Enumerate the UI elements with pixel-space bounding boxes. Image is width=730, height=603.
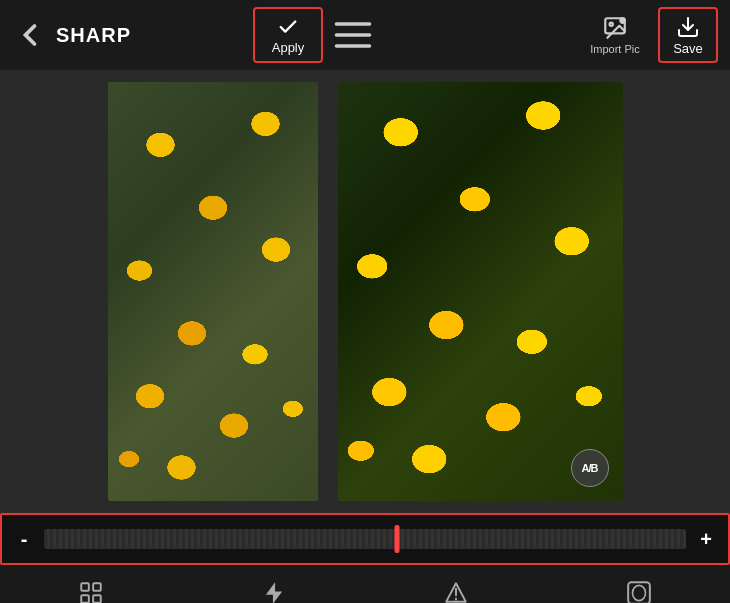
bottom-toolbar: BASIC EDIT LIGHTNING SHARPNESS VIGNETT <box>0 565 730 603</box>
save-button[interactable]: Save <box>658 7 718 63</box>
tool-sharpness[interactable]: SHARPNESS <box>365 565 548 603</box>
main-area: A/B <box>0 70 730 513</box>
check-icon <box>277 16 299 38</box>
tool-vignett[interactable]: VIGNETT <box>548 565 731 603</box>
after-image-panel: A/B <box>338 82 623 501</box>
svg-point-4 <box>610 23 613 26</box>
svg-point-17 <box>632 585 645 600</box>
apply-button[interactable]: Apply <box>253 7 323 63</box>
vignett-icon <box>626 580 652 604</box>
app-header: SHARP Apply + Import Pic Save <box>0 0 730 70</box>
slider-minus-button[interactable]: - <box>12 528 36 551</box>
before-image <box>108 82 318 501</box>
svg-rect-11 <box>93 595 101 603</box>
tool-lightning[interactable]: LIGHTNING <box>183 565 366 603</box>
sharpness-icon <box>443 580 469 604</box>
slider-plus-button[interactable]: + <box>694 528 718 551</box>
svg-text:+: + <box>621 18 624 24</box>
save-icon <box>676 15 700 39</box>
svg-rect-9 <box>93 583 101 591</box>
save-label: Save <box>673 41 703 56</box>
apply-label: Apply <box>272 40 305 55</box>
svg-rect-10 <box>82 595 90 603</box>
page-title: SHARP <box>56 24 245 47</box>
menu-button[interactable] <box>331 13 375 57</box>
basic-edit-icon <box>78 580 104 604</box>
slider-track-container[interactable] <box>44 525 686 553</box>
svg-marker-12 <box>266 582 282 603</box>
after-image <box>338 82 623 501</box>
ab-comparison-badge[interactable]: A/B <box>571 449 609 487</box>
back-button[interactable] <box>12 17 48 53</box>
slider-track[interactable] <box>44 529 686 549</box>
sharpness-slider[interactable]: - + <box>0 513 730 565</box>
menu-icon <box>331 13 375 57</box>
before-image-panel <box>108 82 318 501</box>
import-pic-label: Import Pic <box>590 43 640 55</box>
lightning-icon <box>261 580 287 604</box>
svg-rect-8 <box>82 583 90 591</box>
slider-thumb[interactable] <box>395 525 400 553</box>
import-pic-button[interactable]: + Import Pic <box>580 15 650 55</box>
tool-basic-edit[interactable]: BASIC EDIT <box>0 565 183 603</box>
import-icon: + <box>602 15 628 41</box>
